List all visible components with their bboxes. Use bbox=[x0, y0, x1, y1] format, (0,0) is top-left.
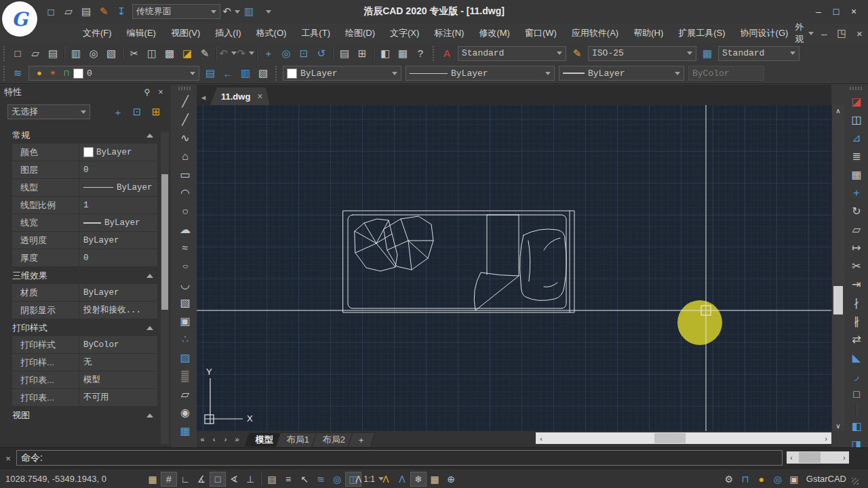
new-file-icon[interactable]: □ bbox=[9, 45, 26, 62]
minimize-button[interactable]: – bbox=[810, 3, 827, 20]
canvas-vertical-scrollbar[interactable]: ∧ ∨ bbox=[831, 105, 844, 431]
brand-label[interactable]: GstarCAD bbox=[806, 474, 846, 484]
open-file-icon[interactable]: ▱ bbox=[60, 3, 77, 20]
property-value[interactable]: ByLayer bbox=[79, 284, 157, 301]
property-value[interactable]: 投射和接收... bbox=[79, 302, 157, 319]
menu-item-3[interactable]: 视图(V) bbox=[164, 24, 207, 42]
last-layout-icon[interactable]: » bbox=[231, 431, 243, 447]
annotation-scale-icon[interactable]: Λ1:1 bbox=[361, 472, 378, 487]
doc-restore-button[interactable]: ◳ bbox=[833, 25, 850, 41]
auto-hide-pin-icon[interactable]: ⚲ bbox=[141, 86, 153, 98]
polar-tracking-toggle[interactable]: ∡ bbox=[193, 472, 210, 487]
pan-icon[interactable]: + bbox=[260, 45, 277, 62]
menu-item-7[interactable]: 绘图(D) bbox=[338, 24, 382, 42]
properties-palette-header[interactable]: 特性 ⚲× bbox=[0, 85, 171, 100]
undo-icon[interactable]: ↶ bbox=[219, 45, 237, 62]
layer-previous-icon[interactable]: ← bbox=[219, 65, 237, 81]
scroll-left-icon[interactable]: ‹ bbox=[536, 434, 547, 443]
dynamic-input-toggle[interactable]: ⊥ bbox=[242, 472, 258, 487]
line-tool-icon[interactable]: ╱ bbox=[176, 92, 195, 110]
pick-add-icon[interactable]: + bbox=[108, 104, 127, 120]
cut-icon[interactable]: ✂ bbox=[125, 45, 143, 62]
linetype-combo[interactable]: ByLayer bbox=[406, 66, 555, 81]
tab-scroll-left-icon[interactable]: ◂ bbox=[197, 89, 210, 105]
property-value[interactable]: ByLayer bbox=[79, 144, 157, 161]
circle-tool-icon[interactable]: ○ bbox=[176, 202, 195, 220]
table-style-combo[interactable]: Standard bbox=[718, 46, 800, 61]
calculator-icon[interactable]: ▦ bbox=[394, 45, 412, 62]
prev-layout-icon[interactable]: ‹ bbox=[208, 431, 220, 447]
zoom-realtime-icon[interactable]: ◎ bbox=[277, 45, 295, 62]
quick-select-icon[interactable]: ⊡ bbox=[127, 104, 146, 120]
save-as-icon[interactable]: ✎ bbox=[95, 3, 113, 20]
property-value[interactable]: ByLayer bbox=[79, 214, 157, 231]
menu-item-14[interactable]: 扩展工具(S) bbox=[671, 24, 732, 42]
offset-tool-icon[interactable]: ≣ bbox=[847, 147, 866, 165]
annotation-visibility-icon[interactable]: Λ bbox=[378, 472, 394, 487]
canvas-hscrollbar-thumb[interactable] bbox=[654, 433, 686, 443]
polyline-tool-icon[interactable]: ∿ bbox=[176, 129, 195, 147]
revision-cloud-tool-icon[interactable]: ☁ bbox=[176, 220, 195, 239]
fullscreen-icon[interactable]: ▣ bbox=[786, 472, 802, 487]
dim-style-combo[interactable]: ISO-25 bbox=[588, 46, 696, 61]
property-value[interactable]: ByLayer bbox=[79, 232, 157, 249]
command-scrollbar-thumb[interactable] bbox=[799, 452, 821, 463]
menu-item-10[interactable]: 修改(M) bbox=[472, 24, 517, 42]
zoom-previous-icon[interactable]: ↺ bbox=[313, 45, 330, 62]
ortho-toggle[interactable]: ∟ bbox=[177, 472, 193, 487]
copy-tool-icon[interactable]: ◫ bbox=[847, 110, 866, 129]
undo-icon[interactable]: ↶ bbox=[222, 3, 240, 20]
layer-freeze-sun-icon[interactable]: ☀ bbox=[46, 67, 60, 79]
layer-lock-icon[interactable]: ⊓ bbox=[60, 67, 73, 79]
insert-block-tool-icon[interactable]: ▧ bbox=[176, 293, 195, 312]
make-block-tool-icon[interactable]: ▣ bbox=[176, 312, 195, 330]
group-tool-icon[interactable]: ◧ bbox=[847, 417, 866, 435]
stretch-tool-icon[interactable]: ↦ bbox=[847, 239, 866, 257]
menu-item-13[interactable]: 帮助(H) bbox=[627, 24, 670, 42]
toolbar-grip[interactable] bbox=[274, 66, 279, 81]
match-properties-icon[interactable]: ◪ bbox=[178, 45, 196, 62]
table-style-icon[interactable]: ▦ bbox=[698, 45, 716, 62]
scroll-right-icon[interactable]: › bbox=[821, 434, 831, 443]
break-tool-icon[interactable]: ∦ bbox=[847, 312, 866, 330]
layout-tab-+[interactable]: + bbox=[348, 432, 375, 447]
save-icon[interactable]: ▤ bbox=[44, 45, 62, 62]
menu-item-12[interactable]: 应用软件(A) bbox=[565, 24, 625, 42]
open-file-icon[interactable]: ▱ bbox=[26, 45, 44, 62]
trim-tool-icon[interactable]: ✂ bbox=[847, 257, 866, 275]
scale-tool-icon[interactable]: ▱ bbox=[847, 220, 866, 239]
workspace-combo[interactable]: 传统界面 bbox=[132, 4, 220, 19]
toolbar-grip[interactable] bbox=[2, 46, 7, 61]
plot-icon[interactable]: ▧ bbox=[102, 45, 120, 62]
polygon-tool-icon[interactable]: ⌂ bbox=[176, 147, 195, 165]
rotate-tool-icon[interactable]: ↻ bbox=[847, 202, 866, 220]
next-layout-icon[interactable]: › bbox=[220, 431, 231, 447]
settings-gear-icon[interactable]: ⚙ bbox=[721, 472, 737, 487]
3d-box-tool-icon[interactable]: □ bbox=[847, 385, 866, 403]
close-button[interactable]: × bbox=[845, 3, 863, 20]
paste-icon[interactable]: ▩ bbox=[161, 45, 178, 62]
grid-display-toggle[interactable]: ▦ bbox=[144, 472, 161, 487]
export-dwg-icon[interactable]: ↧ bbox=[113, 3, 130, 20]
first-layout-icon[interactable]: « bbox=[197, 431, 208, 447]
clean-screen-toggle[interactable]: ⊕ bbox=[443, 472, 459, 487]
property-section-打印样式[interactable]: 打印样式 bbox=[7, 319, 157, 336]
help-icon[interactable]: ? bbox=[412, 45, 429, 62]
table-tool-icon[interactable]: ▦ bbox=[176, 422, 195, 440]
canvas-horizontal-scrollbar[interactable]: ‹ › bbox=[536, 432, 831, 444]
menu-item-11[interactable]: 窗口(W) bbox=[518, 24, 564, 42]
lineweight-combo[interactable]: ByLayer bbox=[559, 66, 684, 81]
menu-item-9[interactable]: 标注(N) bbox=[427, 24, 471, 42]
arc-tool-icon[interactable]: ◠ bbox=[176, 184, 195, 202]
toolbox-icon[interactable]: ◧ bbox=[376, 45, 394, 62]
annotation-auto-scale-icon[interactable]: Λ bbox=[394, 472, 410, 487]
print-icon[interactable]: ▥ bbox=[67, 45, 85, 62]
move-tool-icon[interactable]: + bbox=[847, 184, 866, 202]
mirror-tool-icon[interactable]: ⊿ bbox=[847, 129, 866, 147]
spline-tool-icon[interactable]: ≈ bbox=[176, 239, 195, 257]
text-style-combo[interactable]: Standard bbox=[458, 46, 566, 61]
property-value[interactable]: 无 bbox=[79, 354, 157, 371]
donut-tool-icon[interactable]: ◉ bbox=[176, 403, 195, 422]
hardware-light-icon[interactable]: ● bbox=[753, 472, 770, 487]
appearance-menu[interactable]: 外观 bbox=[795, 21, 804, 45]
